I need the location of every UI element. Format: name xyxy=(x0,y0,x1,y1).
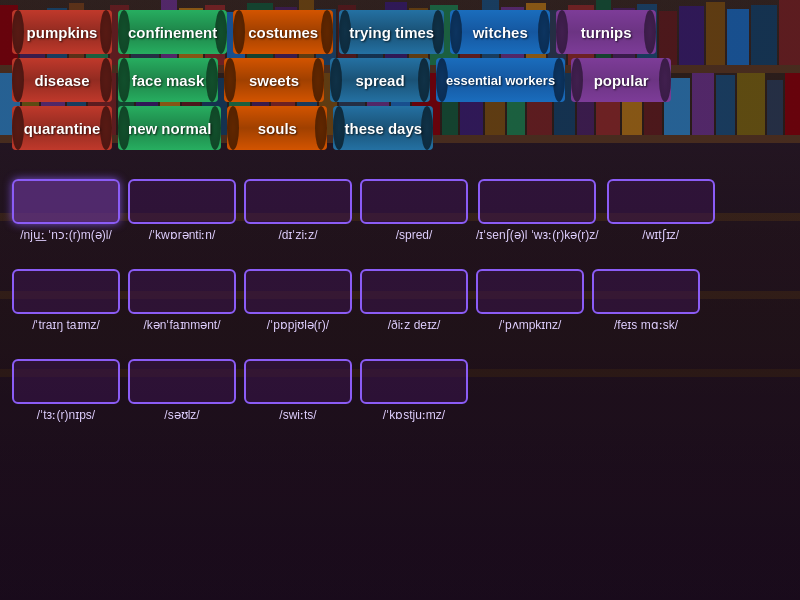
phonetic-row-3: /ˈtɜː(r)nɪps/ /səʊlz/ /swiːts/ /ˈkɒstjuː… xyxy=(12,338,788,426)
tile-row-1: pumpkins confinement costumes trying tim… xyxy=(12,10,788,54)
card-trying-times[interactable]: /ˈtraɪŋ taɪmz/ xyxy=(12,252,120,332)
phonetic-spread: /spred/ xyxy=(396,228,433,242)
phonetic-quarantine: /ˈkwɒrəntiːn/ xyxy=(149,228,216,242)
phonetic-popular: /ˈpɒpjʊlə(r)/ xyxy=(267,318,329,332)
card-box-disease xyxy=(244,179,352,224)
card-box-souls xyxy=(128,359,236,404)
phonetic-pumpkins: /ˈpʌmpkɪnz/ xyxy=(499,318,562,332)
tile-trying-times[interactable]: trying times xyxy=(339,10,444,54)
phonetic-face-mask: /feɪs mɑːsk/ xyxy=(614,318,678,332)
main-content: pumpkins confinement costumes trying tim… xyxy=(0,0,800,600)
card-box-pumpkins xyxy=(476,269,584,314)
card-quarantine[interactable]: /ˈkwɒrəntiːn/ xyxy=(128,162,236,242)
card-box-new-normal xyxy=(12,179,120,224)
card-souls[interactable]: /səʊlz/ xyxy=(128,342,236,422)
card-turnips[interactable]: /ˈtɜː(r)nɪps/ xyxy=(12,342,120,422)
tile-row-3: quarantine new normal souls these days xyxy=(12,106,788,150)
card-face-mask[interactable]: /feɪs mɑːsk/ xyxy=(592,252,700,332)
phonetic-row-2: /ˈtraɪŋ taɪmz/ /kənˈfaɪnmənt/ /ˈpɒpjʊlə(… xyxy=(12,248,788,336)
tile-witches[interactable]: witches xyxy=(450,10,550,54)
card-box-turnips xyxy=(12,359,120,404)
card-new-normal[interactable]: /nju͟ː ˈnɔː(r)m(ə)l/ xyxy=(12,162,120,242)
card-box-trying-times xyxy=(12,269,120,314)
card-witches[interactable]: /wɪtʃɪz/ xyxy=(607,162,715,242)
phonetic-row-1: /nju͟ː ˈnɔː(r)m(ə)l/ /ˈkwɒrəntiːn/ /dɪˈz… xyxy=(12,158,788,246)
tile-spread[interactable]: spread xyxy=(330,58,430,102)
tile-costumes[interactable]: costumes xyxy=(233,10,333,54)
tile-disease[interactable]: disease xyxy=(12,58,112,102)
card-box-essential xyxy=(478,179,596,224)
card-box-popular xyxy=(244,269,352,314)
phonetic-essential: /ɪˈsenʃ(ə)l ˈwɜː(r)kə(r)z/ xyxy=(476,228,599,242)
card-box-confinement xyxy=(128,269,236,314)
phonetic-costumes: /ˈkɒstjuːmz/ xyxy=(383,408,445,422)
tile-sweets[interactable]: sweets xyxy=(224,58,324,102)
phonetic-turnips: /ˈtɜː(r)nɪps/ xyxy=(37,408,95,422)
phonetic-witches: /wɪtʃɪz/ xyxy=(642,228,679,242)
card-spread[interactable]: /spred/ xyxy=(360,162,468,242)
card-box-face-mask xyxy=(592,269,700,314)
tile-popular[interactable]: popular xyxy=(571,58,671,102)
card-confinement[interactable]: /kənˈfaɪnmənt/ xyxy=(128,252,236,332)
cards-section: /nju͟ː ˈnɔː(r)m(ə)l/ /ˈkwɒrəntiːn/ /dɪˈz… xyxy=(12,158,788,428)
tile-turnips[interactable]: turnips xyxy=(556,10,656,54)
tile-souls[interactable]: souls xyxy=(227,106,327,150)
phonetic-new-normal: /nju͟ː ˈnɔː(r)m(ə)l/ xyxy=(20,228,112,242)
phonetic-these-days: /ðiːz deɪz/ xyxy=(388,318,441,332)
card-disease[interactable]: /dɪˈziːz/ xyxy=(244,162,352,242)
phonetic-sweets: /swiːts/ xyxy=(279,408,316,422)
card-costumes[interactable]: /ˈkɒstjuːmz/ xyxy=(360,342,468,422)
card-box-spread xyxy=(360,179,468,224)
tile-quarantine[interactable]: quarantine xyxy=(12,106,112,150)
card-box-costumes xyxy=(360,359,468,404)
card-box-sweets xyxy=(244,359,352,404)
tile-row-2: disease face mask sweets spread essentia… xyxy=(12,58,788,102)
phonetic-trying-times: /ˈtraɪŋ taɪmz/ xyxy=(32,318,100,332)
tile-essential-workers[interactable]: essential workers xyxy=(436,58,565,102)
phonetic-disease: /dɪˈziːz/ xyxy=(278,228,317,242)
tile-confinement[interactable]: confinement xyxy=(118,10,227,54)
phonetic-confinement: /kənˈfaɪnmənt/ xyxy=(143,318,220,332)
tile-new-normal[interactable]: new normal xyxy=(118,106,221,150)
card-these-days[interactable]: /ðiːz deɪz/ xyxy=(360,252,468,332)
word-tiles-section: pumpkins confinement costumes trying tim… xyxy=(12,10,788,150)
tile-face-mask[interactable]: face mask xyxy=(118,58,218,102)
tile-pumpkins[interactable]: pumpkins xyxy=(12,10,112,54)
card-box-quarantine xyxy=(128,179,236,224)
card-sweets[interactable]: /swiːts/ xyxy=(244,342,352,422)
card-box-witches xyxy=(607,179,715,224)
phonetic-souls: /səʊlz/ xyxy=(164,408,199,422)
card-popular[interactable]: /ˈpɒpjʊlə(r)/ xyxy=(244,252,352,332)
card-essential[interactable]: /ɪˈsenʃ(ə)l ˈwɜː(r)kə(r)z/ xyxy=(476,162,599,242)
card-pumpkins[interactable]: /ˈpʌmpkɪnz/ xyxy=(476,252,584,332)
card-box-these-days xyxy=(360,269,468,314)
tile-these-days[interactable]: these days xyxy=(333,106,433,150)
